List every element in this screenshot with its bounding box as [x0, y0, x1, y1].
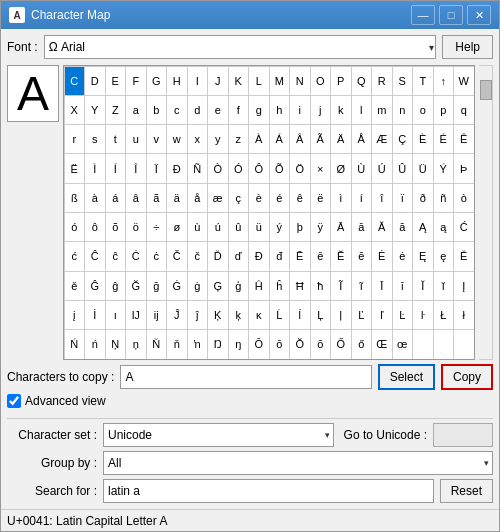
char-cell[interactable]: ý: [269, 212, 291, 242]
char-cell[interactable]: ÷: [146, 212, 168, 242]
char-cell[interactable]: Ķ: [207, 300, 229, 330]
char-cell[interactable]: ě: [64, 271, 85, 301]
char-cell[interactable]: Ĥ: [248, 271, 270, 301]
char-cell[interactable]: k: [330, 95, 352, 125]
char-cell[interactable]: w: [166, 124, 188, 154]
char-cell[interactable]: â: [125, 183, 147, 213]
char-cell[interactable]: f: [228, 95, 250, 125]
char-cell[interactable]: L: [248, 66, 270, 96]
char-cell[interactable]: Į: [453, 271, 474, 301]
char-cell[interactable]: ó: [64, 212, 85, 242]
copy-input[interactable]: [120, 365, 371, 389]
char-cell[interactable]: e: [207, 95, 229, 125]
char-cell[interactable]: a: [125, 95, 147, 125]
char-cell[interactable]: z: [228, 124, 250, 154]
char-cell[interactable]: í: [351, 183, 373, 213]
char-cell[interactable]: Ù: [351, 153, 373, 183]
char-cell[interactable]: Ì: [84, 153, 106, 183]
char-cell[interactable]: Ĩ: [330, 271, 352, 301]
char-cell[interactable]: N: [289, 66, 311, 96]
select-button[interactable]: Select: [378, 364, 435, 390]
char-cell[interactable]: Ä: [330, 124, 352, 154]
minimize-button[interactable]: —: [411, 5, 435, 25]
char-cell[interactable]: Q: [351, 66, 373, 96]
char-cell[interactable]: M: [269, 66, 291, 96]
char-cell[interactable]: ê: [289, 183, 311, 213]
char-cell[interactable]: À: [248, 124, 270, 154]
char-cell[interactable]: ā: [351, 212, 373, 242]
char-cell[interactable]: Ö: [289, 153, 311, 183]
char-cell[interactable]: Ē: [289, 241, 311, 271]
char-cell[interactable]: K: [228, 66, 250, 96]
char-cell[interactable]: ë: [310, 183, 332, 213]
group-by-select[interactable]: All Unicode Subrange Unicode Category: [103, 451, 493, 475]
char-cell[interactable]: ù: [187, 212, 209, 242]
char-cell[interactable]: ć: [64, 241, 85, 271]
char-cell[interactable]: ĩ: [351, 271, 373, 301]
char-cell[interactable]: q: [453, 95, 474, 125]
char-cell[interactable]: Ď: [207, 241, 229, 271]
char-cell[interactable]: u: [125, 124, 147, 154]
char-cell[interactable]: ķ: [228, 300, 250, 330]
char-cell[interactable]: j: [310, 95, 332, 125]
char-cell[interactable]: û: [228, 212, 250, 242]
char-cell[interactable]: i: [289, 95, 311, 125]
char-cell[interactable]: Ý: [433, 153, 455, 183]
char-cell[interactable]: Ò: [207, 153, 229, 183]
char-cell[interactable]: o: [412, 95, 434, 125]
char-cell[interactable]: ĉ: [105, 241, 127, 271]
close-button[interactable]: ✕: [467, 5, 491, 25]
char-cell[interactable]: Ĉ: [84, 241, 106, 271]
char-cell[interactable]: Ã: [310, 124, 332, 154]
char-cell[interactable]: Ú: [371, 153, 393, 183]
char-cell[interactable]: Ø: [330, 153, 352, 183]
char-cell[interactable]: ĝ: [105, 271, 127, 301]
char-cell[interactable]: ċ: [146, 241, 168, 271]
char-cell[interactable]: Þ: [453, 153, 474, 183]
char-cell[interactable]: O: [310, 66, 332, 96]
char-cell[interactable]: ŏ: [310, 329, 332, 359]
char-cell[interactable]: s: [84, 124, 106, 154]
char-cell[interactable]: J: [207, 66, 229, 96]
char-cell[interactable]: Ą: [412, 212, 434, 242]
char-cell[interactable]: ×: [310, 153, 332, 183]
char-cell[interactable]: ü: [248, 212, 270, 242]
char-cell[interactable]: ę: [433, 241, 455, 271]
char-cell[interactable]: H: [166, 66, 188, 96]
char-cell[interactable]: ď: [228, 241, 250, 271]
char-cell[interactable]: Ě: [453, 241, 474, 271]
char-cell[interactable]: Ĺ: [269, 300, 291, 330]
char-cell[interactable]: ė: [392, 241, 414, 271]
char-cell[interactable]: ą: [433, 212, 455, 242]
char-cell[interactable]: Î: [125, 153, 147, 183]
char-cell[interactable]: Ň: [146, 329, 168, 359]
char-cell[interactable]: è: [248, 183, 270, 213]
char-cell[interactable]: Ľ: [351, 300, 373, 330]
char-cell[interactable]: Ĝ: [84, 271, 106, 301]
char-cell[interactable]: G: [146, 66, 168, 96]
char-cell[interactable]: ĳ: [146, 300, 168, 330]
char-cell[interactable]: ð: [412, 183, 434, 213]
char-cell[interactable]: ī: [392, 271, 414, 301]
char-cell[interactable]: W: [453, 66, 474, 96]
char-cell[interactable]: È: [412, 124, 434, 154]
char-cell[interactable]: ŉ: [187, 329, 209, 359]
char-cell[interactable]: F: [125, 66, 147, 96]
char-cell[interactable]: á: [105, 183, 127, 213]
char-cell[interactable]: ō: [269, 329, 291, 359]
char-cell[interactable]: X: [64, 95, 85, 125]
char-cell[interactable]: y: [207, 124, 229, 154]
char-cell[interactable]: Ç: [392, 124, 414, 154]
char-cell[interactable]: þ: [289, 212, 311, 242]
char-cell[interactable]: b: [146, 95, 168, 125]
char-cell[interactable]: T: [412, 66, 434, 96]
char-cell[interactable]: ņ: [125, 329, 147, 359]
char-cell[interactable]: ï: [392, 183, 414, 213]
scrollbar-thumb[interactable]: [480, 80, 492, 100]
char-cell[interactable]: Ê: [453, 124, 474, 154]
char-cell[interactable]: ħ: [310, 271, 332, 301]
char-cell[interactable]: ł: [453, 300, 474, 330]
char-cell[interactable]: Ģ: [207, 271, 229, 301]
advanced-view-checkbox[interactable]: [7, 394, 21, 408]
char-cell[interactable]: ĥ: [269, 271, 291, 301]
